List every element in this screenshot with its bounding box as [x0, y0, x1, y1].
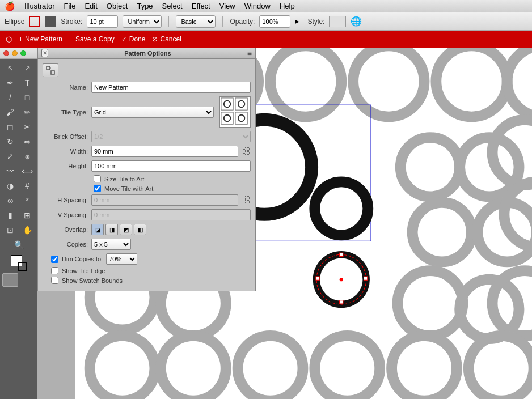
copies-label: Copies: [43, 241, 88, 248]
svg-rect-26 [364, 277, 367, 280]
v-spacing-input[interactable] [91, 209, 251, 220]
zoom-tool[interactable]: 🔍 [11, 238, 27, 252]
menu-object[interactable]: Object [107, 2, 128, 10]
screen-mode-btn[interactable] [19, 273, 35, 287]
svg-point-22 [315, 182, 368, 235]
minimize-traffic-light[interactable] [12, 50, 18, 56]
warp-tool[interactable]: 〰 [2, 164, 18, 178]
transform-icon-btn[interactable] [43, 63, 58, 77]
column-graph-tool[interactable]: ▮ [2, 209, 18, 222]
panel-menu-button[interactable]: ≡ [247, 49, 252, 58]
stroke-swatch-display[interactable] [18, 262, 27, 271]
svg-rect-27 [340, 253, 343, 256]
scale-tool[interactable]: ⤢ [2, 150, 18, 163]
stroke-color-swatch[interactable] [29, 16, 40, 27]
style-swatch[interactable] [329, 16, 346, 27]
svg-point-15 [353, 48, 424, 117]
h-spacing-input[interactable] [91, 194, 238, 206]
globe-icon[interactable]: 🌐 [351, 16, 362, 27]
width-tool[interactable]: ⟺ [19, 164, 35, 178]
show-tile-edge-row: Show Tile Edge [51, 267, 251, 274]
pattern-icon: ⬡ [6, 35, 12, 44]
pencil-tool[interactable]: ✏ [19, 105, 35, 119]
width-input[interactable] [91, 146, 238, 157]
h-link-icon[interactable]: ⛓ [242, 195, 251, 205]
panel-close-button[interactable]: ✕ [41, 49, 48, 57]
fill-color-swatch[interactable] [45, 16, 56, 27]
stroke-type-select[interactable]: Uniform [123, 15, 162, 28]
symbol-tool[interactable]: * [19, 194, 35, 207]
shear-tool[interactable]: ⎈ [19, 150, 35, 163]
menu-help[interactable]: Help [280, 2, 295, 10]
panel-title: Pattern Options [124, 50, 171, 57]
stroke-value-input[interactable] [87, 15, 118, 28]
overlap-btn-2[interactable]: ◨ [105, 224, 118, 235]
rect-tool[interactable]: □ [19, 91, 35, 104]
direct-select-tool[interactable]: ↗ [19, 61, 35, 75]
slice-tool[interactable]: ⊡ [2, 223, 18, 237]
menu-file[interactable]: File [64, 2, 75, 10]
close-traffic-light[interactable] [3, 50, 9, 56]
size-tile-checkbox[interactable] [94, 175, 101, 182]
svg-point-44 [315, 336, 380, 399]
link-icon[interactable]: ⛓ [242, 146, 251, 156]
show-tile-edge-checkbox[interactable] [51, 267, 58, 274]
blend-tool[interactable]: ∞ [2, 194, 18, 207]
h-spacing-label: H Spacing: [43, 197, 88, 203]
svg-point-41 [90, 336, 155, 399]
pattern-bar: ⬡ + New Pattern + Save a Copy ✓ Done ⊘ C… [0, 31, 532, 48]
panel-titlebar: ✕ Pattern Options ≡ [38, 48, 255, 59]
scissors-tool[interactable]: ✂ [19, 120, 35, 134]
menu-select[interactable]: Select [162, 2, 183, 10]
normal-mode-btn[interactable] [2, 273, 18, 287]
show-swatch-bounds-checkbox[interactable] [51, 277, 58, 284]
save-icon: + [69, 35, 73, 43]
name-input[interactable] [91, 82, 251, 93]
brick-offset-select[interactable]: 1/2 [91, 131, 251, 142]
move-tile-checkbox[interactable] [94, 185, 101, 192]
mirror-tool[interactable]: ⇔ [19, 135, 35, 148]
cancel-button[interactable]: ⊘ Cancel [152, 35, 181, 43]
dim-copies-checkbox[interactable] [51, 256, 58, 263]
overlap-btn-1[interactable]: ◪ [91, 224, 104, 235]
bottom-checks: Show Tile Edge Show Swatch Bounds [51, 267, 251, 284]
mesh-tool[interactable]: # [19, 179, 35, 193]
menu-view[interactable]: View [219, 2, 235, 10]
height-input[interactable] [91, 160, 251, 172]
svg-point-38 [398, 271, 463, 336]
svg-rect-4 [235, 98, 247, 110]
overlap-btn-3[interactable]: ◩ [120, 224, 132, 235]
select-tool[interactable]: ↖ [2, 61, 18, 75]
line-tool[interactable]: / [2, 91, 18, 104]
svg-point-46 [468, 336, 532, 399]
menu-type[interactable]: Type [137, 2, 153, 10]
menu-effect[interactable]: Effect [192, 2, 210, 10]
eraser-tool[interactable]: ◻ [2, 120, 18, 134]
paintbrush-tool[interactable]: 🖌 [2, 105, 18, 119]
save-copy-button[interactable]: + Save a Copy [69, 35, 115, 43]
new-pattern-button[interactable]: + New Pattern [19, 35, 62, 43]
tool-group-gradient: ◑ # [2, 179, 35, 193]
type-tool[interactable]: T [19, 76, 35, 90]
pen-tool[interactable]: ✒ [2, 76, 18, 90]
apple-menu[interactable]: 🍎 [5, 1, 15, 11]
menu-window[interactable]: Window [244, 2, 271, 10]
overlap-btn-4[interactable]: ◧ [134, 224, 146, 235]
main-area: ↖ ↗ ✒ T / □ 🖌 ✏ ◻ ✂ ↻ ⇔ ⤢ ⎈ 〰 ⟺ [0, 48, 532, 399]
menu-edit[interactable]: Edit [85, 2, 97, 10]
color-swatch-group[interactable] [11, 255, 27, 271]
gradient-tool[interactable]: ◑ [2, 179, 18, 193]
opacity-arrow[interactable]: ▶ [295, 18, 303, 26]
opacity-input[interactable] [259, 15, 290, 28]
maximize-traffic-light[interactable] [20, 50, 26, 56]
rotate-tool[interactable]: ↻ [2, 135, 18, 148]
brush-type-select[interactable]: Basic [176, 15, 216, 28]
artboard-tool[interactable]: ⊞ [19, 209, 35, 222]
menu-illustrator[interactable]: Illustrator [24, 2, 54, 10]
hand-tool[interactable]: ✋ [19, 223, 35, 237]
dim-copies-select[interactable]: 50% 60% 70% 80% [106, 253, 137, 265]
tool-group-rotate: ↻ ⇔ [2, 135, 35, 148]
tile-type-select[interactable]: Grid Brick by Row Brick by Column Hex by… [91, 107, 214, 118]
copies-select[interactable]: 3 x 3 5 x 5 7 x 7 [91, 239, 131, 250]
done-button[interactable]: ✓ Done [121, 35, 146, 43]
